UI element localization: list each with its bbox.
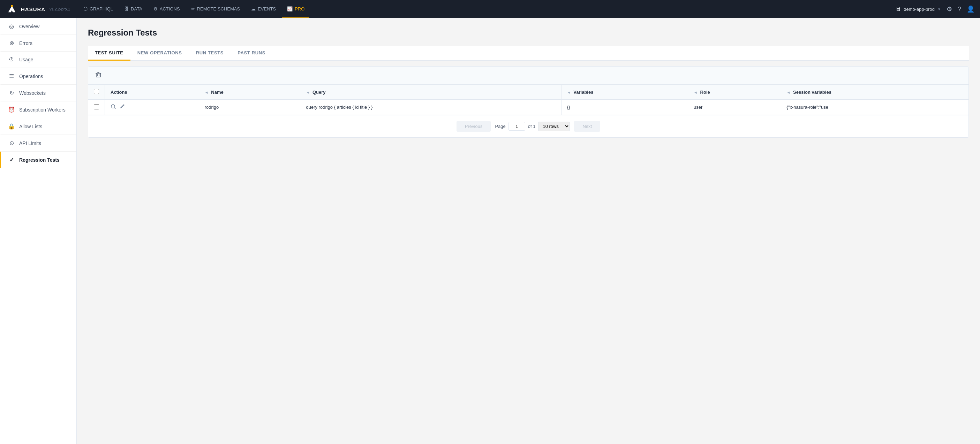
search-icon (111, 105, 116, 111)
content-card: Actions ◄ Name ◄ Query ◄ (88, 66, 969, 138)
topnav-link-remote-schemas[interactable]: ✏ REMOTE SCHEMAS (186, 0, 245, 18)
rows-per-page-select[interactable]: 10 rows 25 rows 50 rows 100 rows (538, 122, 570, 131)
sidebar-item-regression-tests[interactable]: ✓ Regression Tests (0, 152, 76, 168)
sidebar-item-operations[interactable]: ☰ Operations (0, 68, 76, 85)
actions-icon: ⚙ (153, 6, 158, 11)
regression-tests-icon: ✓ (8, 157, 15, 163)
header-checkbox-cell (88, 85, 105, 100)
topnav-link-graphiql[interactable]: ⬡ GRAPHIQL (78, 0, 118, 18)
query-sort-arrow: ◄ (306, 90, 310, 94)
app-selector[interactable]: 🖥 demo-app-prod ▼ (895, 6, 941, 12)
row-query: query rodrigo { articles { id title } } (300, 100, 561, 115)
header-query: ◄ Query (300, 85, 561, 100)
sidebar-item-subscription-workers[interactable]: ⏰ Subscription Workers (0, 101, 76, 118)
pro-icon: 📈 (287, 6, 293, 11)
edit-icon (119, 105, 125, 111)
header-role: ◄ Role (688, 85, 781, 100)
errors-icon: ⊗ (8, 40, 15, 46)
tab-run-tests[interactable]: RUN TESTS (189, 46, 231, 61)
tab-past-runs[interactable]: PAST RUNS (231, 46, 272, 61)
tab-new-operations[interactable]: NEW OPERATIONS (130, 46, 189, 61)
hasura-wordmark: HASURA (21, 6, 45, 12)
trash-icon (95, 72, 102, 79)
row-checkbox[interactable] (94, 104, 99, 109)
session-vars-sort-arrow: ◄ (787, 90, 791, 94)
hasura-logo-icon (6, 3, 18, 15)
svg-rect-2 (96, 73, 100, 77)
subscription-workers-icon: ⏰ (8, 106, 15, 113)
row-actions-cell (105, 100, 199, 115)
header-actions: Actions (105, 85, 199, 100)
sidebar-item-websockets[interactable]: ↻ Websockets (0, 85, 76, 101)
topnav-links: ⬡ GRAPHIQL 🗄 DATA ⚙ ACTIONS ✏ REMOTE SCH… (78, 0, 895, 18)
allow-lists-icon: 🔒 (8, 123, 15, 130)
delete-button[interactable] (94, 70, 103, 81)
app-selector-chevron: ▼ (937, 7, 941, 11)
sidebar-item-overview[interactable]: ◎ Overview (0, 18, 76, 35)
row-checkbox-cell (88, 100, 105, 115)
name-sort-arrow: ◄ (205, 90, 208, 94)
events-icon: ☁ (251, 6, 256, 11)
table-header-row: Actions ◄ Name ◄ Query ◄ (88, 85, 969, 100)
topnav-link-data[interactable]: 🗄 DATA (119, 0, 147, 18)
graphiql-icon: ⬡ (83, 6, 88, 11)
header-name: ◄ Name (199, 85, 300, 100)
previous-button[interactable]: Previous (457, 121, 491, 132)
row-session-variables: {"x-hasura-role":"use (781, 100, 969, 115)
sidebar-item-api-limits[interactable]: ⊙ API Limits (0, 135, 76, 152)
edit-action-button[interactable] (119, 104, 125, 111)
data-icon: 🗄 (124, 6, 129, 11)
tab-test-suite[interactable]: TEST SUITE (88, 46, 130, 61)
table-container: Actions ◄ Name ◄ Query ◄ (88, 85, 969, 115)
remote-schemas-icon: ✏ (191, 6, 195, 11)
settings-button[interactable]: ⚙ (947, 5, 952, 13)
table-row: rodrigo query rodrigo { articles { id ti… (88, 100, 969, 115)
user-button[interactable]: 👤 (967, 5, 974, 13)
role-sort-arrow: ◄ (694, 90, 697, 94)
topnav-link-actions[interactable]: ⚙ ACTIONS (149, 0, 185, 18)
overview-icon: ◎ (8, 23, 15, 30)
header-variables: ◄ Variables (561, 85, 688, 100)
main-content: Regression Tests TEST SUITE NEW OPERATIO… (77, 18, 980, 444)
topnav: HASURA v1.2.2-pro.1 ⬡ GRAPHIQL 🗄 DATA ⚙ … (0, 0, 980, 18)
topnav-link-events[interactable]: ☁ EVENTS (246, 0, 281, 18)
table-body: rodrigo query rodrigo { articles { id ti… (88, 100, 969, 115)
tabs-container: TEST SUITE NEW OPERATIONS RUN TESTS PAST… (88, 46, 969, 61)
sidebar-item-allow-lists[interactable]: 🔒 Allow Lists (0, 118, 76, 135)
page-title: Regression Tests (88, 28, 969, 38)
next-button[interactable]: Next (574, 121, 600, 132)
help-button[interactable]: ? (958, 6, 961, 13)
row-variables: {} (561, 100, 688, 115)
sidebar-item-errors[interactable]: ⊗ Errors (0, 35, 76, 52)
pagination: Previous Page of 1 10 rows 25 rows 50 ro… (88, 115, 969, 137)
row-role: user (688, 100, 781, 115)
usage-icon: ⏱ (8, 57, 15, 63)
test-suite-table: Actions ◄ Name ◄ Query ◄ (88, 85, 969, 115)
operations-icon: ☰ (8, 73, 15, 79)
topnav-right: 🖥 demo-app-prod ▼ ⚙ ? 👤 (895, 5, 974, 13)
app-selector-icon: 🖥 (895, 6, 901, 12)
select-all-checkbox[interactable] (94, 89, 99, 94)
logo[interactable]: HASURA v1.2.2-pro.1 (6, 3, 70, 15)
svg-point-1 (11, 5, 13, 7)
topnav-link-pro[interactable]: 📈 PRO (282, 0, 309, 18)
sidebar-item-usage[interactable]: ⏱ Usage (0, 52, 76, 68)
search-action-button[interactable] (111, 104, 116, 111)
sidebar: ◎ Overview ⊗ Errors ⏱ Usage ☰ Operations… (0, 18, 77, 444)
app-version: v1.2.2-pro.1 (49, 7, 70, 11)
page-number-input[interactable] (509, 122, 525, 131)
variables-sort-arrow: ◄ (567, 90, 571, 94)
row-name: rodrigo (199, 100, 300, 115)
pagination-info: Page of 1 10 rows 25 rows 50 rows 100 ro… (495, 122, 570, 131)
layout: ◎ Overview ⊗ Errors ⏱ Usage ☰ Operations… (0, 18, 980, 444)
api-limits-icon: ⊙ (8, 140, 15, 146)
table-toolbar (88, 67, 969, 85)
header-session-variables: ◄ Session variables (781, 85, 969, 100)
websockets-icon: ↻ (8, 90, 15, 96)
